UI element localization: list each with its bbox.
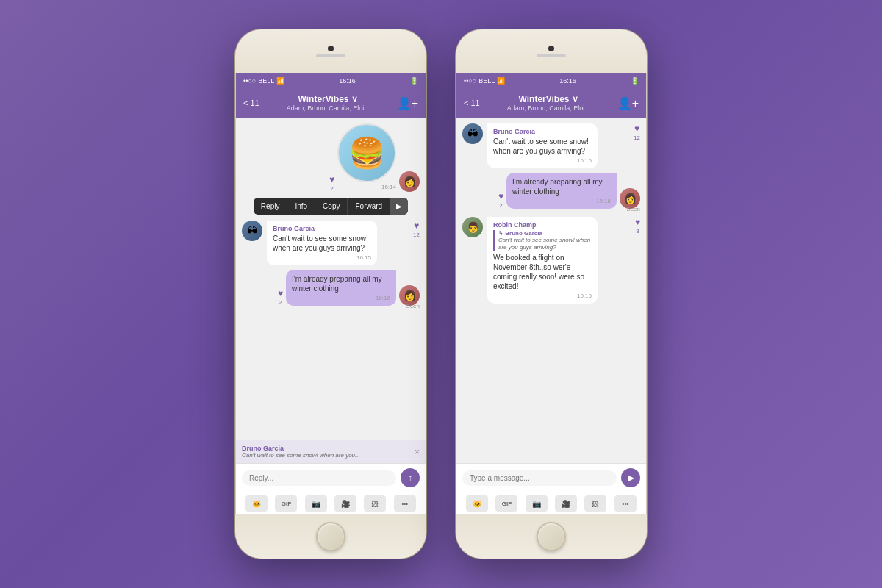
avatar-bruno-left: 🕶	[242, 220, 262, 241]
back-button-left[interactable]: < 11	[243, 98, 259, 107]
phone-left: ••○○ BELL 📶 16:16 🔋 < 11 WinterVibes ∨ A…	[235, 29, 426, 559]
message-bruno-left: 🕶 Bruno Garcia Can't wait to see some sn…	[242, 220, 420, 265]
back-button-right[interactable]: < 11	[464, 98, 480, 107]
heart-icon-sticker: ♥	[329, 174, 334, 184]
text-sent-right: I'm already preparing all my winter clot…	[512, 177, 611, 196]
message-input-right[interactable]	[462, 470, 617, 486]
avatar-bruno-right: 🕶	[462, 123, 483, 144]
copy-button[interactable]: Copy	[315, 198, 348, 215]
like-badge-bruno-right[interactable]: ♥ 12	[634, 123, 640, 141]
like-badge-sent-right[interactable]: ♥ 2	[498, 191, 503, 209]
time-bruno-right: 16:15	[493, 157, 592, 164]
chat-header-right: < 11 WinterVibes ∨ Adam, Bruno, Camila, …	[456, 88, 646, 118]
wifi-icon-right: 📶	[497, 77, 505, 85]
play-button[interactable]: ▶	[390, 198, 408, 215]
chat-title-left[interactable]: WinterVibes ∨	[287, 94, 370, 104]
home-button-left[interactable]	[316, 522, 345, 551]
message-input-left[interactable]	[242, 470, 396, 486]
reply-button[interactable]: Reply	[254, 198, 288, 215]
quote-sender-right: ↳ Bruno Garcia	[498, 230, 592, 237]
quote-text-right: Can't wait to see some snow! when are yo…	[498, 237, 592, 251]
like-count-robin-right: 3	[636, 228, 639, 234]
like-count-bruno-left: 12	[413, 232, 420, 238]
time-sent-left: 16:16	[292, 295, 390, 301]
sender-bruno-right: Bruno Garcia	[493, 128, 592, 135]
gif-icon-right[interactable]: GIF	[495, 495, 517, 512]
carrier-left: BELL	[258, 77, 274, 85]
speaker-left	[316, 54, 345, 57]
time-bruno-left: 16:15	[273, 254, 371, 261]
bottom-bezel-left	[235, 514, 426, 559]
like-badge-bruno-left[interactable]: ♥ 12	[413, 220, 420, 238]
reply-info-left: Bruno Garcia Can't wait to see some snow…	[242, 445, 360, 459]
reply-close-button[interactable]: ×	[415, 447, 420, 457]
reply-bar-left: Bruno Garcia Can't wait to see some snow…	[236, 440, 426, 463]
send-button-right[interactable]: ▶	[621, 468, 640, 487]
quote-bar-right: ↳ Bruno Garcia Can't wait to see some sn…	[493, 230, 592, 251]
time-right: 16:16	[559, 77, 576, 85]
carrier-right: BELL	[478, 77, 495, 85]
add-member-button-left[interactable]: 👤+	[397, 96, 418, 110]
chat-subtitle-right: Adam, Bruno, Camila, Eloi...	[507, 104, 590, 112]
like-count-sent-left: 2	[279, 299, 282, 306]
camera-right	[548, 46, 554, 51]
chat-header-left: < 11 WinterVibes ∨ Adam, Bruno, Camila, …	[236, 88, 426, 118]
reply-preview-left: Can't wait to see some snow! when are yo…	[242, 452, 360, 459]
avatar-robin-right: 👨	[462, 217, 483, 237]
text-robin-right: We booked a flight on November 8th..so w…	[493, 253, 592, 291]
sender-robin-right: Robin Champ	[493, 221, 592, 229]
camera-left	[328, 46, 334, 51]
header-center-left: WinterVibes ∨ Adam, Bruno, Camila, Eloi.…	[287, 94, 370, 112]
status-bar-right: ••○○ BELL 📶 16:16 🔋	[456, 74, 646, 88]
gallery-icon-left[interactable]: 🖼	[364, 495, 386, 512]
chat-subtitle-left: Adam, Bruno, Camila, Eloi...	[287, 104, 370, 112]
video-icon-right[interactable]: 🎥	[555, 495, 577, 512]
time-left: 16:16	[339, 77, 356, 85]
home-button-right[interactable]	[537, 522, 566, 551]
sticker-image: 🍔	[337, 123, 396, 182]
sticker-icon-right[interactable]: 🐱	[466, 495, 488, 512]
camera-icon-left[interactable]: 📷	[305, 495, 327, 512]
seen-text-left: Seen	[406, 303, 420, 309]
forward-button[interactable]: Forward	[348, 198, 390, 215]
more-icon-right[interactable]: •••	[614, 495, 637, 512]
top-bezel-right	[456, 29, 647, 74]
battery-icon-left: 🔋	[410, 77, 418, 85]
gif-icon-left[interactable]: GIF	[275, 495, 297, 512]
sent-message-left: ♥ 2 I'm already preparing all my winter …	[242, 270, 420, 309]
video-icon-left[interactable]: 🎥	[334, 495, 356, 512]
bottom-bezel-right	[456, 514, 647, 559]
sticker-time: 16:14	[381, 184, 396, 190]
text-bruno-left: Can't wait to see some snow! when are yo…	[273, 234, 371, 253]
like-count-bruno-right: 12	[634, 135, 640, 141]
message-bruno-right: 🕶 Bruno Garcia Can't wait to see some sn…	[462, 123, 640, 168]
avatar-self-sticker: 👩	[399, 171, 420, 192]
context-menu: Reply Info Copy Forward ▶	[254, 198, 408, 215]
screen-left: ••○○ BELL 📶 16:16 🔋 < 11 WinterVibes ∨ A…	[235, 74, 426, 514]
screen-right: ••○○ BELL 📶 16:16 🔋 < 11 WinterVibes ∨ A…	[456, 74, 647, 514]
chat-title-right[interactable]: WinterVibes ∨	[507, 94, 590, 104]
more-icon-left[interactable]: •••	[394, 495, 416, 512]
gallery-icon-right[interactable]: 🖼	[584, 495, 606, 512]
heart-icon-bruno-left: ♥	[414, 220, 419, 231]
seen-text-right: Seen	[626, 206, 640, 212]
toolbar-left: 🐱 GIF 📷 🎥 🖼 •••	[236, 492, 426, 514]
sticker-icon-left[interactable]: 🐱	[245, 495, 268, 512]
like-count-sent-right: 2	[499, 202, 502, 209]
time-sent-right: 16:16	[512, 198, 611, 204]
like-badge-sent-left[interactable]: ♥ 2	[278, 288, 283, 306]
messages-area-right: 🕶 Bruno Garcia Can't wait to see some sn…	[456, 118, 646, 463]
bubble-bruno-left: Bruno Garcia Can't wait to see some snow…	[267, 220, 377, 265]
reply-name-left: Bruno Garcia	[242, 445, 360, 452]
send-button-left[interactable]: ↑	[401, 468, 420, 487]
camera-icon-right[interactable]: 📷	[526, 495, 548, 512]
header-center-right: WinterVibes ∨ Adam, Bruno, Camila, Eloi.…	[507, 94, 590, 112]
like-badge-robin-right[interactable]: ♥ 3	[635, 217, 640, 234]
bubble-robin-right: Robin Champ ↳ Bruno Garcia Can't wait to…	[487, 217, 598, 304]
add-member-button-right[interactable]: 👤+	[617, 96, 639, 110]
text-sent-left: I'm already preparing all my winter clot…	[292, 274, 390, 293]
info-button[interactable]: Info	[287, 198, 315, 215]
heart-icon-sent-left: ♥	[278, 288, 283, 298]
message-robin-right: 👨 Robin Champ ↳ Bruno Garcia Can't wait …	[462, 217, 640, 304]
sticker-like-badge[interactable]: ♥ 2	[329, 174, 334, 192]
